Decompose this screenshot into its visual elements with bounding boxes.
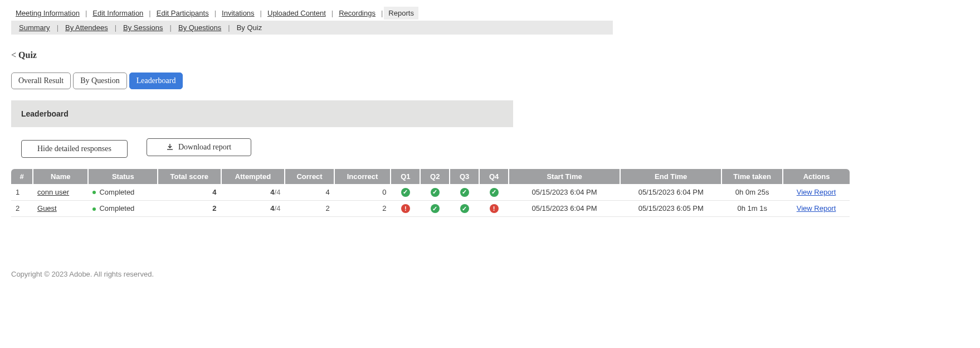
- column-header-incorrect: Incorrect: [334, 169, 391, 184]
- cell-time-taken: 0h 0m 25s: [721, 184, 783, 200]
- tab-separator: |: [165, 23, 176, 32]
- page-heading: < Quiz: [11, 50, 969, 60]
- user-name-link[interactable]: conn user: [37, 188, 69, 196]
- cell-start-time: 05/15/2023 6:04 PM: [509, 184, 620, 200]
- copyright-footer: Copyright © 2023 Adobe. All rights reser…: [11, 270, 969, 278]
- status-dot-icon: [92, 191, 96, 194]
- cell-actions: View Report: [783, 200, 850, 217]
- sub-tab[interactable]: By Questions: [176, 23, 223, 32]
- check-circle-icon: ✓: [460, 204, 469, 213]
- tab-separator: |: [52, 23, 63, 32]
- status-dot-icon: [92, 207, 96, 211]
- check-circle-icon: ✓: [401, 188, 410, 197]
- cell-incorrect: 0: [334, 184, 391, 200]
- tab-separator: |: [223, 23, 234, 32]
- cell-q2: ✓: [420, 200, 450, 217]
- top-tab[interactable]: Edit Participants: [152, 7, 213, 20]
- download-icon: [166, 143, 174, 151]
- cell-actions: View Report: [783, 184, 850, 200]
- column-header-status: Status: [88, 169, 158, 184]
- cell-total-score: 4: [158, 184, 221, 200]
- cell-correct: 2: [285, 200, 334, 217]
- cell-q3: ✓: [450, 200, 479, 217]
- error-circle-icon: !: [401, 204, 410, 213]
- view-pill[interactable]: Leaderboard: [129, 72, 183, 89]
- tab-separator: |: [84, 9, 88, 17]
- column-header-q3: Q3: [450, 169, 479, 184]
- hide-detailed-responses-button[interactable]: Hide detailed responses: [21, 140, 128, 158]
- table-row: 1conn userCompleted44/440✓✓✓✓05/15/2023 …: [11, 184, 850, 200]
- row-index: 1: [11, 184, 33, 200]
- check-circle-icon: ✓: [460, 188, 469, 197]
- top-tab[interactable]: Edit Information: [88, 7, 148, 20]
- column-header-attempted: Attempted: [221, 169, 285, 184]
- cell-time-taken: 0h 1m 1s: [721, 200, 783, 217]
- tab-separator: |: [213, 9, 217, 17]
- cell-name: Guest: [33, 200, 88, 217]
- cell-q3: ✓: [450, 184, 479, 200]
- column-header-name: Name: [33, 169, 88, 184]
- column-header-idx: #: [11, 169, 33, 184]
- sub-tab-bar: Summary|By Attendees|By Sessions|By Ques…: [11, 21, 613, 35]
- top-tab[interactable]: Uploaded Content: [263, 7, 330, 20]
- table-row: 2GuestCompleted24/422!✓✓!05/15/2023 6:04…: [11, 200, 850, 217]
- row-index: 2: [11, 200, 33, 217]
- column-header-taken: Time taken: [721, 169, 783, 184]
- download-report-button[interactable]: Download report: [147, 138, 251, 156]
- top-tab[interactable]: Reports: [384, 7, 418, 20]
- cell-correct: 4: [285, 184, 334, 200]
- column-header-correct: Correct: [285, 169, 334, 184]
- cell-attempted: 4/4: [221, 200, 285, 217]
- column-header-q2: Q2: [420, 169, 450, 184]
- check-circle-icon: ✓: [490, 188, 499, 197]
- column-header-q4: Q4: [479, 169, 509, 184]
- section-title: Leaderboard: [11, 100, 513, 127]
- tab-separator: |: [110, 23, 121, 32]
- cell-q1: ✓: [391, 184, 420, 200]
- check-circle-icon: ✓: [431, 188, 440, 197]
- error-circle-icon: !: [490, 204, 499, 213]
- user-name-link[interactable]: Guest: [37, 204, 57, 212]
- cell-end-time: 05/15/2023 6:04 PM: [620, 184, 721, 200]
- tab-separator: |: [380, 9, 384, 17]
- cell-q4: !: [479, 200, 509, 217]
- top-tab[interactable]: Invitations: [217, 7, 259, 20]
- top-tab[interactable]: Meeting Information: [11, 7, 84, 20]
- column-header-actions: Actions: [783, 169, 850, 184]
- cell-attempted: 4/4: [221, 184, 285, 200]
- column-header-end: End Time: [620, 169, 721, 184]
- check-circle-icon: ✓: [431, 204, 440, 213]
- cell-total-score: 2: [158, 200, 221, 217]
- tab-separator: |: [148, 9, 152, 17]
- top-tab-bar: Meeting Information|Edit Information|Edi…: [11, 7, 969, 22]
- cell-end-time: 05/15/2023 6:05 PM: [620, 200, 721, 217]
- top-tab[interactable]: Recordings: [334, 7, 380, 20]
- column-header-q1: Q1: [391, 169, 420, 184]
- cell-start-time: 05/15/2023 6:04 PM: [509, 200, 620, 217]
- page-title-text: Quiz: [18, 50, 37, 60]
- sub-tab[interactable]: By Sessions: [121, 23, 165, 32]
- sub-tab[interactable]: By Attendees: [63, 23, 110, 32]
- column-header-start: Start Time: [509, 169, 620, 184]
- view-report-link[interactable]: View Report: [797, 204, 836, 212]
- action-row: Hide detailed responses Download report: [11, 138, 969, 158]
- cell-name: conn user: [33, 184, 88, 200]
- leaderboard-table: #NameStatusTotal scoreAttemptedCorrectIn…: [11, 169, 850, 217]
- view-pill-row: Overall ResultBy QuestionLeaderboard: [11, 72, 969, 89]
- cell-q2: ✓: [420, 184, 450, 200]
- view-pill[interactable]: By Question: [73, 72, 126, 89]
- tab-separator: |: [330, 9, 334, 17]
- view-pill[interactable]: Overall Result: [11, 72, 71, 89]
- back-chevron[interactable]: <: [11, 50, 16, 60]
- cell-status: Completed: [88, 200, 158, 217]
- download-report-label: Download report: [178, 143, 231, 152]
- cell-incorrect: 2: [334, 200, 391, 217]
- tab-separator: |: [259, 9, 263, 17]
- cell-q4: ✓: [479, 184, 509, 200]
- sub-tab[interactable]: By Quiz: [235, 23, 265, 32]
- column-header-total: Total score: [158, 169, 221, 184]
- sub-tab[interactable]: Summary: [17, 23, 52, 32]
- cell-q1: !: [391, 200, 420, 217]
- view-report-link[interactable]: View Report: [797, 188, 836, 196]
- cell-status: Completed: [88, 184, 158, 200]
